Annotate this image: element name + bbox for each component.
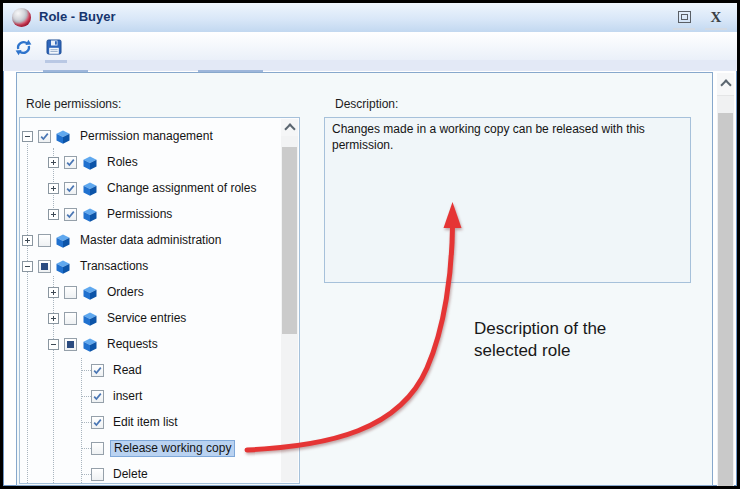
window-title: Role - Buyer — [39, 9, 116, 24]
checkbox-checked[interactable] — [91, 390, 104, 403]
save-button[interactable] — [44, 37, 64, 57]
button-divider — [705, 28, 727, 30]
maximize-icon — [678, 11, 691, 23]
main-panel: Role permissions: Description: Permissio… — [16, 72, 713, 486]
tree-item-label[interactable]: Service entries — [104, 311, 189, 326]
tree-item-label[interactable]: Edit item list — [110, 415, 181, 430]
tree-connector — [81, 396, 91, 397]
save-icon — [46, 39, 62, 55]
checkbox-unchecked[interactable] — [64, 312, 77, 325]
description-label: Description: — [335, 97, 398, 111]
tree-connector — [81, 422, 91, 423]
checkbox-checked[interactable] — [64, 208, 77, 221]
window-scrollbar-thumb[interactable] — [718, 113, 733, 486]
expand-icon[interactable] — [48, 287, 59, 298]
permission-cube-icon — [55, 129, 71, 145]
tab-strip-remnant — [3, 60, 737, 71]
toolbar — [3, 32, 737, 61]
checkbox-unchecked[interactable] — [38, 234, 51, 247]
tree-item-label[interactable]: Orders — [104, 285, 147, 300]
permission-cube-icon — [55, 259, 71, 275]
scroll-up-button[interactable] — [717, 73, 734, 96]
tree-scrollbar-thumb[interactable] — [282, 147, 297, 334]
permission-cube-icon — [82, 181, 98, 197]
title-bar: Role - Buyer X — [3, 3, 737, 33]
tree-item-label[interactable]: Change assignment of roles — [104, 181, 259, 196]
screenshot-frame: Role - Buyer X — [0, 0, 740, 489]
window-scrollbar[interactable] — [717, 73, 734, 486]
tree-item-delete[interactable]: Delete — [20, 464, 279, 484]
tree-item-label[interactable]: insert — [110, 389, 145, 404]
checkbox-checked[interactable] — [64, 156, 77, 169]
tree-item-edit-item-list[interactable]: Edit item list — [20, 412, 279, 434]
permission-cube-icon — [82, 311, 98, 327]
scroll-up-button[interactable] — [281, 119, 298, 136]
refresh-icon — [15, 39, 32, 56]
checkbox-partial[interactable] — [38, 260, 51, 273]
tree-connector — [81, 370, 91, 371]
checkbox-checked[interactable] — [38, 130, 51, 143]
role-permissions-tree[interactable]: Permission managementRolesChange assignm… — [19, 117, 300, 484]
tree-item-read[interactable]: Read — [20, 360, 279, 382]
role-dialog-window: Role - Buyer X — [3, 3, 737, 486]
collapse-icon[interactable] — [22, 131, 33, 142]
expand-icon[interactable] — [22, 235, 33, 246]
tree-item-label[interactable]: Roles — [104, 155, 141, 170]
checkbox-unchecked[interactable] — [64, 286, 77, 299]
checkbox-checked[interactable] — [64, 182, 77, 195]
chevron-up-icon — [720, 79, 731, 90]
button-divider — [673, 28, 695, 30]
tree-item-permissions[interactable]: Permissions — [20, 204, 279, 226]
tree-item-label[interactable]: Release working copy — [110, 440, 235, 457]
role-permissions-label: Role permissions: — [26, 97, 121, 111]
app-logo-icon — [12, 8, 31, 27]
tree-connector — [81, 448, 91, 449]
tree-item-requests[interactable]: Requests — [20, 334, 279, 356]
permission-cube-icon — [82, 207, 98, 223]
expand-icon[interactable] — [48, 313, 59, 324]
permission-cube-icon — [82, 155, 98, 171]
expand-icon[interactable] — [48, 157, 59, 168]
tree-item-roles[interactable]: Roles — [20, 152, 279, 174]
expand-icon[interactable] — [48, 183, 59, 194]
permission-cube-icon — [55, 233, 71, 249]
description-box[interactable]: Changes made in a working copy can be re… — [324, 117, 691, 283]
tree-item-release-working-copy[interactable]: Release working copy — [20, 438, 279, 460]
checkbox-partial[interactable] — [64, 338, 77, 351]
checkbox-unchecked[interactable] — [91, 468, 104, 481]
tree-item-label[interactable]: Delete — [110, 467, 151, 482]
tree-scrollbar[interactable] — [281, 119, 298, 482]
tree-connector — [81, 474, 91, 475]
refresh-button[interactable] — [13, 37, 33, 57]
permission-cube-icon — [82, 285, 98, 301]
chevron-up-icon — [284, 123, 295, 134]
tree-item-insert[interactable]: insert — [20, 386, 279, 408]
tree-item-change-assignment-of-roles[interactable]: Change assignment of roles — [20, 178, 279, 200]
tree-item-label[interactable]: Permissions — [104, 207, 175, 222]
maximize-button[interactable] — [673, 7, 695, 27]
tree-item-label[interactable]: Requests — [104, 337, 161, 352]
tree-item-label[interactable]: Master data administration — [77, 233, 224, 248]
annotation-text: Description of the selected role — [474, 318, 694, 362]
tree-item-label[interactable]: Permission management — [77, 129, 216, 144]
tree-item-orders[interactable]: Orders — [20, 282, 279, 304]
permission-cube-icon — [82, 337, 98, 353]
tab-fragment — [45, 60, 67, 63]
tree-item-permission-management[interactable]: Permission management — [20, 126, 279, 148]
close-button[interactable]: X — [705, 7, 727, 27]
checkbox-unchecked[interactable] — [91, 442, 104, 455]
tree-item-service-entries[interactable]: Service entries — [20, 308, 279, 330]
collapse-icon[interactable] — [22, 261, 33, 272]
close-icon: X — [711, 10, 722, 25]
checkbox-checked[interactable] — [91, 416, 104, 429]
tree-item-master-data-administration[interactable]: Master data administration — [20, 230, 279, 252]
tree-item-label[interactable]: Transactions — [77, 259, 151, 274]
tree-item-transactions[interactable]: Transactions — [20, 256, 279, 278]
expand-icon[interactable] — [48, 209, 59, 220]
checkbox-checked[interactable] — [91, 364, 104, 377]
collapse-icon[interactable] — [48, 339, 59, 350]
tree-item-label[interactable]: Read — [110, 363, 145, 378]
